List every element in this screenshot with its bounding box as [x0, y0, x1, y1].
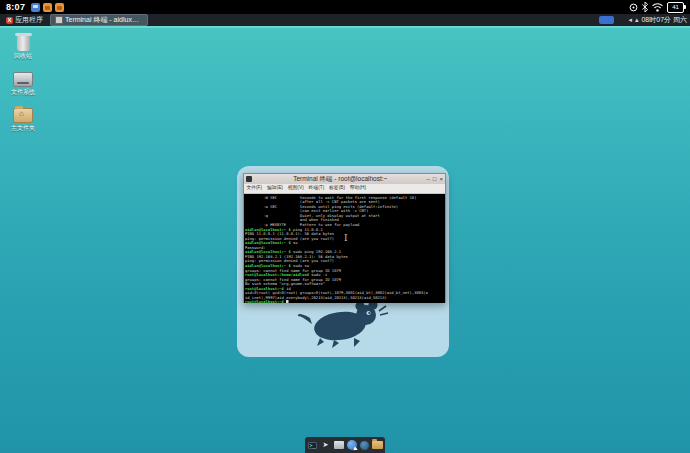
- menu-terminal[interactable]: 终端(T): [309, 185, 325, 192]
- terminal-window-title: Terminal 终端 - root@localhost:~: [254, 175, 427, 184]
- data-saver-icon: [629, 3, 638, 12]
- maximize-button[interactable]: □: [433, 176, 437, 182]
- messenger-notification-icon: [31, 3, 40, 12]
- android-status-bar: 8:07 41: [0, 0, 690, 14]
- terminal-cursor: [286, 300, 288, 303]
- xfce-panel: X 应用程序 Terminal 终端 - aidlux@localhost:~ …: [0, 14, 690, 26]
- menu-edit[interactable]: 编辑(E): [267, 185, 283, 192]
- dock-folder-icon[interactable]: [372, 440, 383, 451]
- xfce-mouse-mascot: [296, 298, 392, 350]
- network-icon[interactable]: ▴: [635, 16, 639, 24]
- minimize-button[interactable]: –: [427, 176, 430, 182]
- home-folder-icon: [3, 103, 43, 123]
- menu-tabs[interactable]: 标签(B): [329, 185, 345, 192]
- desktop-icon-trash[interactable]: 回收站: [3, 31, 43, 61]
- menu-file[interactable]: 文件(F): [246, 185, 262, 192]
- bluetooth-icon: [642, 2, 648, 12]
- desktop-icon-filesystem[interactable]: 文件系统: [3, 67, 43, 97]
- system-tray: ◂ ▴ 08时07分 周六: [628, 15, 687, 25]
- desktop-icon-label: 文件系统: [3, 88, 43, 97]
- terminal-window: Terminal 终端 - root@localhost:~ – □ × 文件(…: [243, 173, 446, 303]
- terminal-titlebar[interactable]: Terminal 终端 - root@localhost:~ – □ ×: [244, 174, 445, 184]
- applications-menu-button[interactable]: X 应用程序: [3, 15, 46, 25]
- dock-pointer-icon[interactable]: ➤: [320, 440, 331, 451]
- desktop-icon-label: 主文件夹: [3, 124, 43, 133]
- wifi-icon: [652, 3, 663, 12]
- applications-menu-label: 应用程序: [15, 15, 43, 25]
- dock-globe-icon[interactable]: [359, 440, 370, 451]
- desktop-icon-label: 回收站: [3, 52, 43, 61]
- menu-help[interactable]: 帮助(H): [350, 185, 366, 192]
- drive-icon: [3, 67, 43, 87]
- taskbar-button-terminal[interactable]: Terminal 终端 - aidlux@localhost:~: [50, 14, 148, 26]
- battery-icon: 41: [667, 2, 684, 13]
- dock-file-manager-icon[interactable]: [333, 440, 344, 451]
- panel-indicator-badge[interactable]: [599, 16, 614, 24]
- terminal-content[interactable]: -W SEC Seconds to wait for the first res…: [244, 194, 445, 303]
- battery-level: 41: [672, 4, 679, 10]
- volume-icon[interactable]: ◂: [628, 16, 632, 24]
- terminal-app-icon: [246, 176, 252, 182]
- app-notification-icon: [43, 3, 52, 12]
- panel-clock[interactable]: 08时07分 周六: [641, 15, 687, 25]
- distro-logo-icon: X: [6, 17, 13, 24]
- ibeam-cursor-pointer: I: [344, 233, 348, 243]
- terminal-line: root@localhost:~#: [245, 300, 445, 303]
- dock-browser-globe-icon[interactable]: [346, 440, 357, 451]
- notification-icons: [31, 3, 64, 12]
- close-button[interactable]: ×: [439, 176, 443, 182]
- dock-terminal-icon[interactable]: >_: [307, 440, 318, 451]
- wallpaper-highlight-strip: [0, 26, 690, 28]
- app-notification-icon: [55, 3, 64, 12]
- terminal-menubar: 文件(F) 编辑(E) 视图(V) 终端(T) 标签(B) 帮助(H): [244, 184, 445, 194]
- bottom-dock: >_ ➤: [305, 437, 385, 453]
- status-time: 8:07: [6, 2, 25, 12]
- taskbar-button-label: Terminal 终端 - aidlux@localhost:~: [65, 15, 143, 25]
- status-icons: 41: [629, 2, 684, 13]
- terminal-window-icon: [55, 16, 63, 24]
- desktop-icon-home[interactable]: 主文件夹: [3, 103, 43, 133]
- menu-view[interactable]: 视图(V): [288, 185, 304, 192]
- desktop-root: 8:07 41 X 应用程序 Terminal 终端 - aidlux@loca…: [0, 0, 690, 453]
- trash-icon: [3, 31, 43, 51]
